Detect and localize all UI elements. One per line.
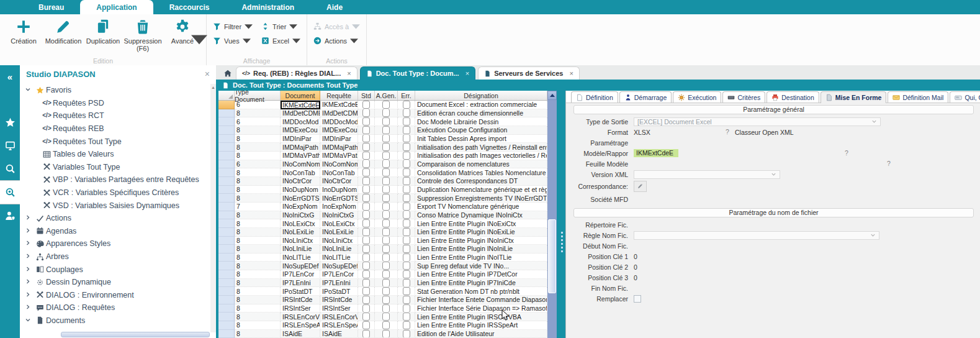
cell-err[interactable] — [398, 262, 415, 270]
checkbox-unchecked[interactable] — [362, 135, 370, 143]
cell-designation[interactable]: Edition écran couche dimensionnelle — [415, 109, 547, 118]
cell-agen[interactable] — [375, 135, 398, 144]
tab-req-reb-r-gles-dial[interactable]: </>Req. (REB) : Règles DIAL...× — [236, 66, 357, 80]
cell-std[interactable] — [358, 143, 375, 152]
cell-agen[interactable] — [375, 101, 398, 109]
row-selector[interactable] — [218, 109, 235, 118]
cell-err[interactable] — [398, 160, 415, 169]
cell-std[interactable] — [358, 245, 375, 254]
cell-err[interactable] — [398, 203, 415, 211]
cell-type-document[interactable]: 8 — [235, 126, 281, 135]
cell-type-document[interactable]: 8 — [235, 219, 281, 228]
cell-document[interactable]: INoLExiLie — [281, 228, 320, 237]
cell-err[interactable] — [398, 177, 415, 186]
checkbox-unchecked[interactable] — [403, 270, 410, 278]
row-selector[interactable] — [218, 237, 235, 245]
rail-item-workspace[interactable] — [0, 134, 20, 157]
cell-std[interactable] — [358, 211, 375, 220]
cell-agen[interactable] — [375, 109, 398, 118]
panel-splitter[interactable] — [561, 232, 563, 254]
table-row[interactable]: 8IRSIntCdeIRSIntCdeFichier Interface Ent… — [218, 296, 547, 304]
checkbox-unchecked[interactable] — [403, 219, 410, 227]
cell-type-document[interactable]: 8 — [235, 279, 281, 288]
cell-std[interactable] — [358, 194, 375, 203]
checkbox-unchecked[interactable] — [382, 262, 390, 270]
checkbox-unchecked[interactable] — [362, 237, 370, 245]
cell-type-document[interactable]: 8 — [235, 304, 281, 313]
cell-designation[interactable]: Duplication Nomenclature générique et et… — [415, 186, 547, 194]
tree-item-vbp-variables-partag-es-entre-requ-tes[interactable]: VBP : Variables Partagées entre Requêtes — [20, 173, 210, 186]
checkbox-unchecked[interactable] — [362, 219, 370, 227]
cell-type-document[interactable]: 8 — [235, 109, 281, 118]
checkbox-unchecked[interactable] — [362, 228, 370, 236]
checkbox-unchecked[interactable] — [403, 177, 410, 185]
cell-designation[interactable]: Initialisation des path Images vectoriel… — [415, 152, 547, 160]
checkbox-unchecked[interactable] — [382, 126, 390, 134]
cell-document[interactable]: INoDupNom — [281, 186, 320, 194]
cell-err[interactable] — [398, 194, 415, 203]
cell-type-document[interactable]: 6 — [235, 160, 281, 169]
row-selector[interactable] — [218, 152, 235, 160]
tree-item-actions[interactable]: Actions — [20, 212, 210, 225]
panel-tab-qui-quand[interactable]: Qui, Quand ? — [950, 91, 980, 103]
checkbox-unchecked[interactable] — [403, 304, 410, 313]
cell-std[interactable] — [358, 313, 375, 321]
table-row[interactable]: 8INoLExiCtxINoLExiCtxLien Entre Entite P… — [218, 219, 547, 228]
cell-agen[interactable] — [375, 313, 398, 321]
rail-item-settings[interactable] — [0, 88, 20, 111]
row-selector[interactable] — [218, 330, 235, 338]
row-selector[interactable] — [218, 126, 235, 135]
checkbox-unchecked[interactable] — [362, 279, 370, 287]
column-header-requ-te[interactable]: Requête — [320, 91, 358, 100]
cell-type-document[interactable]: 8 — [235, 296, 281, 304]
rail-item-collapse-sidebar[interactable]: « — [0, 65, 20, 88]
checkbox-unchecked[interactable] — [403, 168, 410, 176]
close-icon[interactable]: × — [569, 70, 573, 77]
checkbox-unchecked[interactable] — [362, 254, 370, 262]
table-row[interactable]: 8INoCtrCorINoCtrCorControle des Correspo… — [218, 177, 547, 186]
cell-std[interactable] — [358, 330, 375, 338]
checkbox-unchecked[interactable] — [362, 117, 370, 126]
modification-button[interactable]: Modification — [43, 17, 83, 52]
tree-item-arbres[interactable]: Arbres — [20, 250, 210, 263]
cell-requete[interactable]: INoSupEDef — [320, 262, 358, 270]
cell-requete[interactable]: InoDupNom — [320, 186, 358, 194]
cell-document[interactable]: IRSIntCde — [281, 296, 320, 304]
tree-item-agendas[interactable]: Agendas — [20, 225, 210, 238]
checkbox-unchecked[interactable] — [362, 296, 370, 304]
cell-designation[interactable]: Controle des Correspondances DT — [415, 177, 547, 186]
checkbox-unchecked[interactable] — [382, 313, 390, 321]
cell-designation[interactable]: Export TV Nomenclature générique — [415, 203, 547, 211]
format-field[interactable]: XLSX — [634, 129, 650, 136]
cell-std[interactable] — [358, 262, 375, 270]
checkbox-unchecked[interactable] — [403, 313, 410, 321]
cell-document[interactable]: IMDIniPar — [281, 135, 320, 144]
cell-document[interactable]: IKMExtCdeE — [281, 101, 320, 109]
cell-err[interactable] — [398, 254, 415, 262]
cell-type-document[interactable]: 8 — [235, 177, 281, 186]
cell-document[interactable]: IMdDetCDME — [281, 109, 320, 118]
checkbox-unchecked[interactable] — [403, 203, 410, 211]
menu-item-administration[interactable]: Administration — [225, 0, 310, 14]
cell-requete[interactable]: ISAidE — [320, 330, 358, 338]
cell-agen[interactable] — [375, 330, 398, 338]
cell-err[interactable] — [398, 126, 415, 135]
table-row[interactable]: 8IRSIntSerIRSIntSerFichier Interface Sér… — [218, 304, 547, 313]
chevron-right-icon[interactable] — [25, 227, 34, 235]
tab-doc-tout-type-docum[interactable]: Doc. Tout Type : Docum...× — [360, 66, 475, 80]
checkbox-unchecked[interactable] — [382, 330, 390, 338]
checkbox-unchecked[interactable] — [362, 304, 370, 313]
checkbox-unchecked[interactable] — [382, 211, 390, 219]
scrollbar-thumb[interactable] — [548, 219, 556, 293]
cell-std[interactable] — [358, 186, 375, 194]
rail-item-search[interactable] — [0, 157, 20, 180]
table-row[interactable]: 8IRSLEnCorVIRSLEnCorVLien Entre Entite P… — [218, 313, 547, 321]
cell-std[interactable] — [358, 177, 375, 186]
row-selector[interactable] — [218, 135, 235, 144]
cell-err[interactable] — [398, 186, 415, 194]
checkbox-unchecked[interactable] — [403, 279, 410, 287]
checkbox-unchecked[interactable] — [362, 330, 370, 338]
checkbox-unchecked[interactable] — [382, 143, 390, 151]
cell-designation[interactable]: Fichier Interface Série Diapason => Rama… — [415, 304, 547, 313]
filtrer-button[interactable]: Filtrer — [213, 22, 253, 30]
